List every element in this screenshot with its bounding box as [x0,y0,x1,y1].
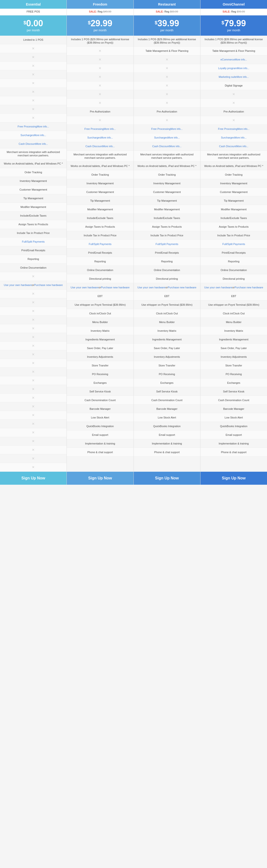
x-mark: ✕ [32,291,35,296]
cell-essential-19: Modifier Management [0,203,66,212]
signup-button-restaurant[interactable]: Sign Up Now [134,472,200,485]
cell-essential-48: ✕ [0,454,66,463]
more-info-link[interactable]: More info... [37,125,49,128]
sale-label: SALE: [222,10,230,13]
cell-omni-23[interactable]: Full/Split Payments [201,240,267,248]
cell-omni-15: Order Tracking [201,170,267,179]
more-info-link[interactable]: More info... [170,145,181,148]
cell-restaurant-21: Assign Taxes to Products [134,222,200,231]
cell-freedom-11[interactable]: SurchargesMore info... [67,133,133,142]
cell-restaurant-43: Low Stock Alert [134,413,200,422]
cell-restaurant-46: Implementation & training [134,439,200,448]
cell-omni-2[interactable]: eCommerceMore info... [201,55,267,64]
cell-freedom-30: Use eHopper on Poynt Terminal ($39.99/m) [67,301,133,309]
more-info-link[interactable]: More info... [171,127,183,131]
cell-essential-33: ✕ [0,324,66,333]
cell-omni-4[interactable]: Marketing suiteMore info... [201,73,267,82]
cell-essential-5: ✕ [0,79,66,88]
signup-button-omni[interactable]: Sign Up Now [201,472,267,485]
x-mark: ✕ [166,57,169,62]
cell-restaurant-25: Reporting [134,257,200,266]
price-per: per month [135,29,199,32]
more-info-link[interactable]: More info... [237,127,249,131]
cell-omni-17: Customer Management [201,188,267,196]
cell-freedom-21: Assign Taxes to Products [67,222,133,231]
x-mark: ✕ [32,413,35,417]
cell-restaurant-28[interactable]: Use your own hardwareorPurchase new hard… [134,283,200,292]
more-info-link[interactable]: More info... [237,75,249,79]
cell-freedom-47: Phone & chat support [67,448,133,457]
link-text-0: Full/Split Payments [156,242,178,246]
more-info-link[interactable]: More info... [103,145,115,148]
link-text-0: Free Processing [218,127,237,131]
more-info-link[interactable]: More info... [101,136,113,139]
cell-essential-32: ✕ [0,316,66,324]
cell-omni-10[interactable]: Free ProcessingMore info... [201,125,267,133]
cell-freedom-44: QuickBooks Integration [67,422,133,431]
x-mark: ✕ [32,107,35,111]
x-mark: ✕ [32,46,35,51]
cell-essential-12[interactable]: Cash DiscountMore info... [0,140,66,148]
cell-omni-28[interactable]: Use your own hardwareorPurchase new hard… [201,283,267,292]
more-info-link[interactable]: More info... [168,136,180,139]
cell-freedom-23[interactable]: Full/Split Payments [67,240,133,248]
cell-freedom-42: Barcode Manager [67,404,133,413]
cell-omni-7: ✕ [201,99,267,107]
cell-essential-10[interactable]: Free ProcessingMore info... [0,122,66,131]
header-restaurant: Restaurant [134,0,200,9]
cell-omni-16: Inventory Management [201,179,267,188]
cell-restaurant-8: Pre-Authorization [134,107,200,116]
more-info-link[interactable]: More info... [235,58,247,61]
more-info-link[interactable]: More info... [36,143,48,146]
signup-button-freedom[interactable]: Sign Up Now [67,472,133,485]
x-mark: ✕ [32,344,35,348]
cell-essential-11[interactable]: SurchargesMore info... [0,131,66,140]
more-info-link[interactable]: More info... [237,67,249,70]
pricing-table: EssentialFREE POS $0.00 per month Limite… [0,0,267,485]
cell-omni-6: ✕ [201,90,267,99]
cell-essential-22: Include Tax in Product Price [0,229,66,238]
cell-restaurant-24: Print/Email Receipts [134,248,200,257]
cell-essential-23[interactable]: Full/Split Payments [0,238,66,246]
cell-omni-0: Includes 1 POS ($39.99/mo per additional… [201,36,267,47]
cell-restaurant-11[interactable]: SurchargesMore info... [134,133,200,142]
cell-omni-11[interactable]: SurchargesMore info... [201,133,267,142]
cell-restaurant-10[interactable]: Free ProcessingMore info... [134,125,200,133]
cell-restaurant-38: PO Receiving [134,370,200,378]
more-info-link[interactable]: More info... [34,134,46,137]
cell-freedom-34: Ingredients Management [67,335,133,344]
cell-restaurant-32: Menu Builder [134,318,200,327]
cell-essential-26: Online Documentation [0,264,66,272]
link-text-0: Use your own hardware [204,286,232,289]
cell-restaurant-45: Email support [134,431,200,439]
link-text-0: Cash Discount [86,145,103,148]
cell-freedom-10[interactable]: Free ProcessingMore info... [67,125,133,133]
cell-freedom-45: Email support [67,431,133,439]
cell-freedom-41: Cash Denomination Count [67,396,133,404]
more-info-link[interactable]: More info... [103,127,116,131]
cell-restaurant-5: ✕ [134,82,200,90]
cell-essential-17: Customer Management [0,186,66,194]
cell-restaurant-12[interactable]: Cash DiscountMore info... [134,142,200,151]
x-mark: ✕ [32,317,35,322]
cell-omni-3[interactable]: Loyalty programMore info... [201,64,267,73]
more-info-link[interactable]: More info... [236,145,248,148]
cell-restaurant-23[interactable]: Full/Split Payments [134,240,200,248]
more-info-link[interactable]: More info... [235,136,246,139]
cell-restaurant-39: Exchanges [134,378,200,387]
x-mark: ✕ [32,387,35,391]
link-text-0: Cash Discount [152,145,170,148]
cell-restaurant-30: Use eHopper on Poynt Terminal ($39.99/m) [134,301,200,309]
price-amount: $79.99 [202,19,266,28]
cell-restaurant-36: Inventory Adjustments [134,352,200,361]
link-text-0: Free Processing [84,127,103,131]
cell-freedom-12[interactable]: Cash DiscountMore info... [67,142,133,151]
cell-omni-36: Inventory Adjustments [201,352,267,361]
cell-essential-28[interactable]: Use your own hardwareorPurchase new hard… [0,281,66,289]
cell-omni-12[interactable]: Cash DiscountMore info... [201,142,267,151]
cell-freedom-28[interactable]: Use your own hardwareorPurchase new hard… [67,283,133,292]
link-text-2: Purchase new hardware [101,286,130,289]
signup-button-essential[interactable]: Sign Up Now [0,472,66,485]
cell-restaurant-44: QuickBooks Integration [134,422,200,431]
cell-freedom-20: Include/Exclude Taxes [67,214,133,222]
